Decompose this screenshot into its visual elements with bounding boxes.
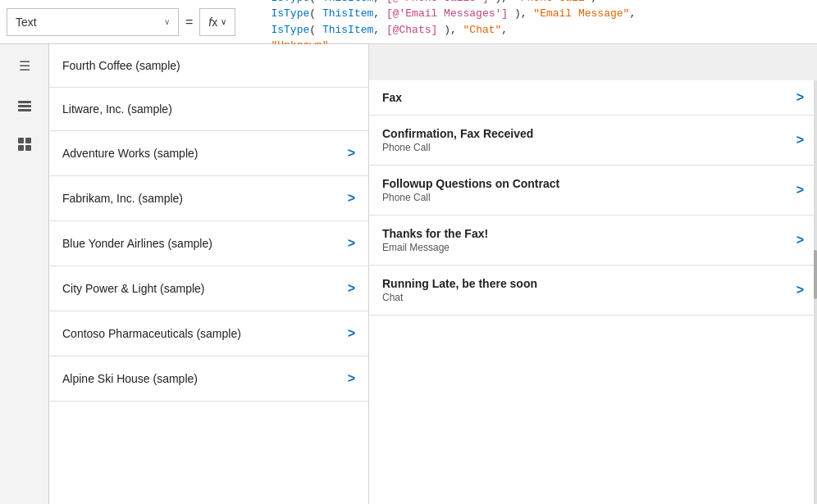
chevron-right-icon: > bbox=[796, 283, 804, 297]
item-title: Confirmation, Fax Received bbox=[382, 127, 796, 140]
item-subtitle: Phone Call bbox=[382, 142, 796, 153]
list-item-label: City Power & Light (sample) bbox=[62, 282, 348, 295]
list-item[interactable]: Alpine Ski House (sample) > bbox=[49, 356, 368, 402]
list-item-label: Fabrikam, Inc. (sample) bbox=[62, 192, 348, 205]
hamburger-icon[interactable]: ☰ bbox=[13, 54, 36, 77]
left-list: Fourth Coffee (sample) Litware, Inc. (sa… bbox=[49, 44, 368, 402]
list-item[interactable]: Blue Yonder Airlines (sample) > bbox=[49, 221, 368, 266]
list-item-label: Litware, Inc. (sample) bbox=[62, 102, 355, 116]
equals-sign: = bbox=[185, 15, 193, 30]
chevron-right-icon: > bbox=[348, 146, 355, 161]
svg-rect-5 bbox=[18, 145, 24, 151]
list-item[interactable]: Litware, Inc. (sample) bbox=[49, 88, 368, 131]
chevron-right-icon: > bbox=[348, 371, 355, 386]
item-title: Followup Questions on Contract bbox=[382, 177, 796, 190]
content-area: Fourth Coffee (sample) Litware, Inc. (sa… bbox=[49, 44, 817, 504]
list-item-label: Fourth Coffee (sample) bbox=[62, 59, 355, 72]
svg-rect-0 bbox=[18, 101, 31, 103]
right-list-item[interactable]: Thanks for the Fax! Email Message > bbox=[369, 216, 817, 266]
right-list-item[interactable]: Running Late, be there soon Chat > bbox=[369, 266, 817, 316]
item-content: Followup Questions on Contract Phone Cal… bbox=[382, 177, 796, 203]
item-title: Running Late, be there soon bbox=[382, 277, 796, 290]
fax-label: Fax bbox=[382, 91, 796, 104]
item-subtitle: Email Message bbox=[382, 242, 796, 253]
svg-rect-6 bbox=[25, 145, 31, 151]
item-subtitle: Phone Call bbox=[382, 192, 796, 203]
fax-list-item[interactable]: Fax > bbox=[369, 80, 817, 116]
layers-icon[interactable] bbox=[13, 93, 36, 116]
list-item[interactable]: City Power & Light (sample) > bbox=[49, 266, 368, 311]
type-dropdown-label: Text bbox=[16, 16, 37, 29]
right-list-item[interactable]: Confirmation, Fax Received Phone Call > bbox=[369, 116, 817, 166]
svg-rect-3 bbox=[18, 138, 24, 143]
list-item-label: Contoso Pharmaceuticals (sample) bbox=[62, 327, 348, 340]
list-item-label: Adventure Works (sample) bbox=[62, 147, 348, 160]
chevron-right-icon: > bbox=[348, 326, 355, 341]
chevron-right-icon: > bbox=[796, 90, 804, 105]
list-item[interactable]: Fabrikam, Inc. (sample) > bbox=[49, 176, 368, 221]
item-content: Running Late, be there soon Chat bbox=[382, 277, 796, 303]
right-list-panel: Fax > Confirmation, Fax Received Phone C… bbox=[369, 80, 817, 504]
chevron-right-icon: > bbox=[348, 191, 355, 206]
svg-rect-1 bbox=[18, 105, 31, 107]
sidebar: ☰ bbox=[0, 44, 49, 504]
fx-chevron-icon: ∨ bbox=[221, 17, 226, 26]
item-title: Thanks for the Fax! bbox=[382, 227, 796, 240]
list-item[interactable]: Contoso Pharmaceuticals (sample) > bbox=[49, 311, 368, 356]
chevron-right-icon: > bbox=[796, 133, 804, 148]
scrollbar[interactable] bbox=[814, 80, 817, 504]
list-item-label: Alpine Ski House (sample) bbox=[62, 372, 348, 385]
chevron-down-icon: ∨ bbox=[164, 17, 170, 26]
chevron-right-icon: > bbox=[348, 281, 355, 296]
type-dropdown[interactable]: Text ∨ bbox=[7, 8, 179, 36]
item-content: Thanks for the Fax! Email Message bbox=[382, 227, 796, 253]
item-content: Confirmation, Fax Received Phone Call bbox=[382, 127, 796, 153]
svg-rect-2 bbox=[18, 109, 31, 111]
list-item-label: Blue Yonder Airlines (sample) bbox=[62, 237, 348, 250]
chevron-right-icon: > bbox=[796, 233, 804, 247]
formula-bar: Text ∨ = fx ∨ If( IsType( ThisItem, [@Fa… bbox=[0, 0, 817, 44]
item-subtitle: Chat bbox=[382, 292, 796, 303]
right-list-item[interactable]: Followup Questions on Contract Phone Cal… bbox=[369, 166, 817, 216]
main-area: ☰ Fourth Coffee (samp bbox=[0, 44, 817, 504]
fx-label: fx bbox=[208, 16, 217, 29]
list-item[interactable]: Adventure Works (sample) > bbox=[49, 131, 368, 176]
fx-button[interactable]: fx ∨ bbox=[199, 8, 235, 36]
chevron-right-icon: > bbox=[348, 236, 355, 251]
scroll-thumb[interactable] bbox=[814, 250, 817, 299]
svg-rect-4 bbox=[25, 138, 31, 143]
grid-icon[interactable] bbox=[13, 133, 36, 156]
list-item[interactable]: Fourth Coffee (sample) bbox=[49, 44, 368, 88]
left-list-panel: Fourth Coffee (sample) Litware, Inc. (sa… bbox=[49, 44, 369, 504]
chevron-right-icon: > bbox=[796, 183, 804, 198]
